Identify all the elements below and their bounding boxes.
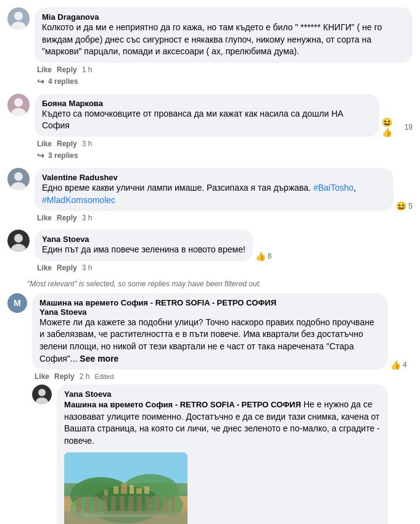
timestamp: 2 h — [80, 372, 90, 381]
page-ref: Машина на времето София - RETRO SOFIA - … — [64, 400, 301, 409]
like-button[interactable]: Like — [37, 214, 52, 222]
deep-nested-reply: Yana Stoeva Машина на времето София - RE… — [32, 385, 413, 524]
comment-body: Yana Stoeva Един път да има повече зелен… — [35, 230, 413, 272]
comment-bubble: Yana Stoeva Един път да има повече зелен… — [35, 230, 253, 261]
comment-body: Valentine Radushev Едно време какви улич… — [35, 168, 413, 222]
svg-point-15 — [38, 389, 46, 396]
nested-reply-body: Машина на времето София - RETRO SOFIA - … — [32, 293, 413, 381]
reply-button[interactable]: Reply — [57, 264, 77, 272]
svg-point-4 — [14, 98, 23, 107]
reaction-count: 5 — [408, 202, 413, 210]
avatar — [7, 168, 30, 190]
comment-actions: Like Reply 3 h — [35, 139, 413, 148]
reply-text: Можете ли да кажете за подобни улици? То… — [39, 317, 381, 365]
reaction-pill: 😆👍 19 — [382, 117, 413, 137]
replies-count: 3 replies — [48, 151, 78, 160]
reply-button[interactable]: Reply — [54, 372, 75, 381]
svg-point-7 — [14, 172, 23, 181]
comment-text: Едно време какви улични лампи имаше. Раз… — [42, 182, 386, 206]
hashtag: #BaiTosho — [313, 183, 353, 193]
filtered-note: "Most relevant" is selected, so some rep… — [0, 277, 420, 291]
page-avatar: М — [7, 293, 27, 313]
see-more-link[interactable]: See more — [80, 354, 118, 364]
replies-toggle[interactable]: ↪ 3 replies — [35, 151, 413, 160]
comments-page: Mia Draganova Колкото и да ми е неприятн… — [0, 0, 420, 524]
comment-body: Mia Draganova Колкото и да ми е неприятн… — [35, 7, 413, 86]
comment-text: Един път да има повече зеленина в новото… — [42, 244, 245, 256]
nested-thread: М Машина на времето София - RETRO SOFIA … — [0, 291, 420, 524]
comment-item: Бояна Маркова Където са помочковците от … — [0, 91, 420, 163]
svg-rect-30 — [83, 514, 169, 517]
hashtag: #MladKomsomolec — [42, 195, 115, 205]
reaction-pill: 👍 4 — [390, 360, 407, 370]
comment-text: Колкото и да ми е неприятно да го кажа, … — [42, 22, 405, 58]
comment-text: Където са помочковците от прованса да ми… — [42, 108, 372, 132]
comment-actions: Like Reply 2 h Edited — [32, 372, 413, 381]
comment-item: Valentine Radushev Едно време какви улич… — [0, 165, 420, 225]
author-name: Valentine Radushev — [42, 173, 386, 182]
svg-rect-29 — [64, 511, 187, 525]
timestamp: 3 h — [82, 264, 93, 272]
reaction-count: 19 — [405, 123, 413, 131]
reaction-emoji: 😆 — [396, 201, 406, 211]
author-name: Бояна Маркова — [42, 99, 372, 108]
photo-preview — [64, 452, 187, 525]
reaction-pill: 😆 5 — [396, 201, 413, 211]
like-button[interactable]: Like — [35, 372, 49, 381]
reaction-count: 8 — [268, 252, 272, 260]
like-button[interactable]: Like — [37, 65, 52, 74]
comment-bubble: Бояна Маркова Където са помочковците от … — [35, 94, 379, 137]
city-photo — [64, 452, 187, 525]
timestamp: 1 h — [82, 65, 93, 74]
nested-reply: М Машина на времето София - RETRO SOFIA … — [7, 293, 413, 381]
author-name: Yana Stoeva — [64, 389, 381, 399]
comment-bubble: Valentine Radushev Едно време какви улич… — [35, 168, 393, 211]
avatar — [32, 385, 52, 404]
like-button[interactable]: Like — [37, 264, 52, 272]
reply-text: Машина на времето София - RETRO SOFIA - … — [64, 399, 381, 447]
svg-text:М: М — [14, 298, 21, 308]
reaction-emoji: 😆👍 — [382, 117, 403, 137]
deep-reply-body: Yana Stoeva Машина на времето София - RE… — [57, 385, 413, 524]
reaction-pill: 👍 8 — [255, 251, 272, 261]
reaction-emoji: 👍 — [255, 251, 266, 261]
reply-button[interactable]: Reply — [57, 139, 77, 148]
replies-count: 4 replies — [48, 77, 78, 86]
comment-body: Бояна Маркова Където са помочковците от … — [35, 94, 413, 160]
replies-toggle[interactable]: ↪ 4 replies — [35, 77, 413, 86]
avatar — [7, 94, 30, 116]
reply-button[interactable]: Reply — [57, 65, 77, 74]
reaction-count: 4 — [403, 360, 407, 369]
arrow-icon: ↪ — [37, 77, 44, 86]
page-name: Машина на времето София - RETRO SOFIA - … — [39, 298, 381, 307]
svg-rect-25 — [104, 489, 108, 496]
timestamp: 3 h — [82, 139, 93, 148]
svg-rect-23 — [130, 485, 134, 494]
reply-button[interactable]: Reply — [57, 214, 77, 222]
avatar — [7, 7, 30, 30]
comment-actions: Like Reply 3 h — [35, 214, 413, 222]
reaction-emoji: 👍 — [390, 360, 401, 370]
svg-rect-22 — [121, 483, 127, 494]
author-name: Mia Draganova — [42, 12, 405, 22]
timestamp: 3 h — [82, 214, 93, 222]
reply-author: Yana Stoeva — [39, 307, 381, 317]
svg-rect-21 — [113, 486, 118, 494]
comments-list: Mia Draganova Колкото и да ми е неприятн… — [0, 0, 420, 524]
comment-actions: Like Reply 3 h — [35, 264, 413, 272]
avatar — [7, 230, 30, 252]
svg-point-1 — [14, 12, 23, 20]
comment-item: Yana Stoeva Един път да има повече зелен… — [0, 227, 420, 275]
nested-bubble: Yana Stoeva Машина на времето София - RE… — [57, 385, 388, 524]
svg-rect-26 — [144, 486, 149, 494]
author-name: Yana Stoeva — [42, 235, 245, 244]
arrow-icon: ↪ — [37, 151, 44, 160]
svg-point-10 — [14, 234, 23, 243]
comment-actions: Like Reply 1 h — [35, 65, 413, 74]
nested-bubble: Машина на времето София - RETRO SOFIA - … — [32, 293, 388, 370]
comment-item: Mia Draganova Колкото и да ми е неприятн… — [0, 5, 420, 89]
edited-label: Edited — [94, 373, 113, 380]
nested-reply: Yana Stoeva Машина на времето София - RE… — [32, 385, 413, 524]
comment-bubble: Mia Draganova Колкото и да ми е неприятн… — [35, 7, 413, 63]
like-button[interactable]: Like — [37, 139, 52, 148]
